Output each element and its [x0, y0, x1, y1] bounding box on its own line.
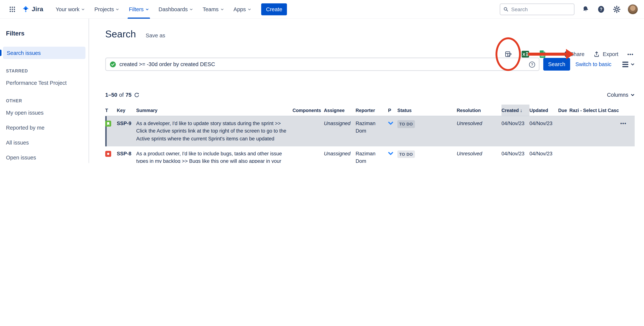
column-header-p[interactable]: P: [388, 105, 397, 116]
issue-assignee: Unassigned: [324, 116, 356, 146]
chevron-down-icon: [220, 8, 224, 11]
nav-right: ?: [500, 3, 638, 15]
issue-summary[interactable]: As a product owner, I'd like to include …: [136, 146, 292, 163]
sidebar-sections: STARRED Performance Test Project OTHER M…: [6, 69, 82, 163]
jql-input[interactable]: created >= -30d order by created DESC ?: [105, 58, 540, 71]
chevron-down-icon: [630, 93, 635, 97]
jql-search-button[interactable]: Search: [543, 58, 570, 71]
chevron-down-icon: [190, 8, 193, 11]
columns-dropdown[interactable]: Columns: [607, 92, 635, 98]
issue-resolution: Unresolved: [457, 116, 502, 146]
nav-item-your-work[interactable]: Your work: [51, 0, 90, 19]
svg-text:X: X: [522, 52, 525, 57]
user-avatar[interactable]: [628, 4, 638, 14]
sidebar-item-my-open-issues[interactable]: My open issues: [6, 105, 82, 120]
results-of: of: [119, 92, 124, 98]
nav-item-dashboards[interactable]: Dashboards: [154, 0, 198, 19]
create-button[interactable]: Create: [261, 3, 287, 15]
help-icon[interactable]: ?: [596, 4, 606, 14]
table-header-row: TKeySummaryComponentsAssigneeReporterPSt…: [105, 105, 635, 116]
column-header-resolution[interactable]: Resolution: [457, 105, 502, 116]
settings-gear-icon[interactable]: [612, 4, 622, 14]
sidebar-section-label: STARRED: [6, 69, 82, 73]
column-header-key[interactable]: Key: [117, 105, 136, 116]
column-header-t[interactable]: T: [105, 105, 117, 116]
column-header-updated[interactable]: Updated: [530, 105, 558, 116]
refresh-button[interactable]: [134, 92, 139, 98]
filters-sidebar: Filters Search issues STARRED Performanc…: [0, 19, 89, 163]
sidebar-item-search-issues[interactable]: Search issues: [3, 47, 86, 59]
issue-created: 04/Nov/23: [502, 146, 530, 163]
sort-desc-arrow-icon: ↓: [520, 108, 522, 113]
share-icon: [560, 51, 567, 58]
global-search-input[interactable]: [511, 6, 564, 12]
chevron-down-icon: [630, 62, 635, 66]
issue-summary[interactable]: As a developer, I'd like to update story…: [136, 116, 292, 146]
global-search-box[interactable]: [500, 3, 574, 15]
export-button[interactable]: Export: [594, 51, 618, 58]
table-row[interactable]: SSP-8 As a product owner, I'd like to in…: [105, 146, 635, 163]
sidebar-item-reported-by-me[interactable]: Reported by me: [6, 120, 82, 135]
more-actions-button[interactable]: •••: [628, 51, 634, 57]
issue-table: TKeySummaryComponentsAssigneeReporterPSt…: [105, 105, 644, 163]
column-header-status[interactable]: Status: [397, 105, 457, 116]
nav-item-projects[interactable]: Projects: [90, 0, 124, 19]
issue-assignee: Unassigned: [324, 146, 356, 163]
issue-resolution: Unresolved: [457, 146, 502, 163]
sidebar-item-performance-test-project[interactable]: Performance Test Project: [6, 75, 82, 90]
grid-icon: [9, 6, 15, 12]
app-switcher-icon[interactable]: [6, 3, 19, 16]
nav-item-teams[interactable]: Teams: [198, 0, 228, 19]
export-label: Export: [603, 51, 618, 57]
column-header-due[interactable]: Due: [558, 105, 570, 116]
jql-query-text[interactable]: created >= -30d order by created DESC: [120, 61, 215, 67]
nav-item-apps[interactable]: Apps: [229, 0, 256, 19]
logo-text: Jira: [32, 6, 43, 13]
column-header-summary[interactable]: Summary: [136, 105, 292, 116]
column-header-assignee[interactable]: Assignee: [324, 105, 356, 116]
issue-reporter: Raziman Dom: [356, 146, 388, 163]
column-header-components[interactable]: Components: [292, 105, 324, 116]
jira-search-page: Jira Your work Projects Filters Dashboar…: [0, 0, 644, 163]
issue-updated: 04/Nov/23: [530, 116, 558, 146]
column-header-razi-select-list-casc[interactable]: Razi - Select List Casc: [570, 105, 635, 116]
column-header-reporter[interactable]: Reporter: [356, 105, 388, 116]
excel-icon: X: [522, 50, 529, 58]
jira-logo[interactable]: Jira: [22, 5, 43, 13]
issue-razi-field: •••: [570, 116, 635, 146]
search-options-menu[interactable]: [622, 62, 635, 67]
notifications-bell-icon[interactable]: [580, 4, 590, 14]
sidebar-item-all-issues[interactable]: All issues: [6, 135, 82, 150]
issue-reporter: Raziman Dom: [356, 116, 388, 146]
save-as-button[interactable]: Save as: [146, 33, 165, 39]
issue-razi-field: •••: [570, 146, 635, 163]
switch-to-basic-link[interactable]: Switch to basic: [575, 61, 611, 67]
issue-due: [558, 116, 570, 146]
main-content: Search Save as X: [90, 19, 644, 163]
svg-text:?: ?: [531, 63, 533, 67]
nav-item-filters[interactable]: Filters: [124, 0, 154, 19]
story-issue-type-icon: [105, 121, 111, 127]
top-navigation: Jira Your work Projects Filters Dashboar…: [0, 0, 644, 19]
results-range: 1–50: [105, 92, 117, 98]
header-actions: X: [504, 50, 634, 58]
sidebar-item-open-issues[interactable]: Open issues: [6, 150, 82, 163]
bulk-edit-button[interactable]: [504, 50, 512, 58]
issue-key[interactable]: SSP-9: [117, 116, 136, 146]
export-excel-button[interactable]: X: [521, 50, 529, 58]
hamburger-icon: [622, 62, 628, 67]
table-row[interactable]: SSP-9 As a developer, I'd like to update…: [105, 116, 635, 146]
issue-key[interactable]: SSP-8: [117, 146, 136, 163]
svg-text:?: ?: [600, 7, 602, 12]
jira-logo-icon: [22, 5, 30, 13]
export-icon: [594, 51, 600, 58]
columns-label: Columns: [607, 92, 628, 98]
row-actions-menu[interactable]: •••: [620, 120, 632, 127]
jql-valid-check-icon: [110, 61, 116, 67]
jql-help-icon[interactable]: ?: [529, 61, 536, 70]
export-google-sheets-button[interactable]: [538, 50, 546, 58]
column-header-created[interactable]: Created↓: [502, 105, 530, 116]
share-button[interactable]: Share: [560, 51, 584, 58]
results-bar: 1–50 of 75 Columns: [105, 92, 635, 98]
jql-row: created >= -30d order by created DESC ? …: [105, 58, 635, 71]
